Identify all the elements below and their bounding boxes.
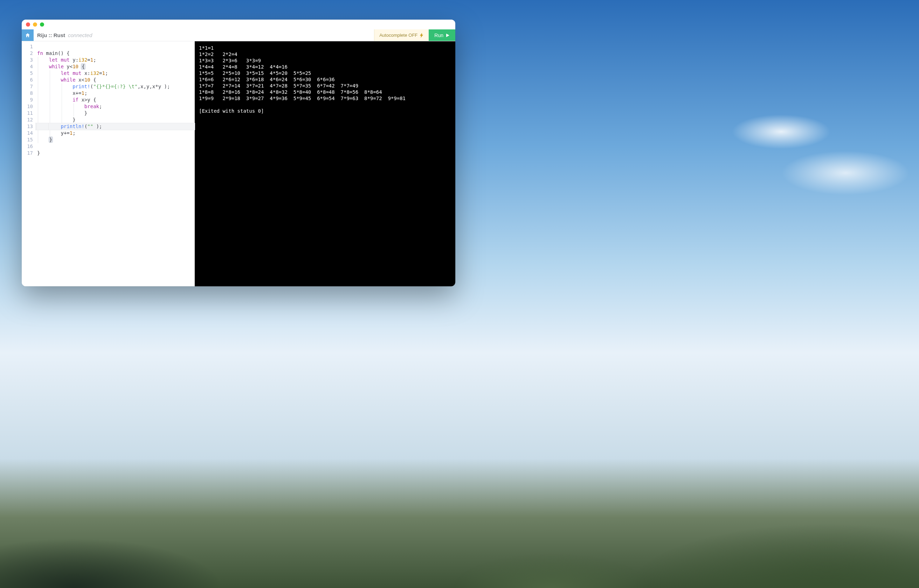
line-number: 12 bbox=[22, 116, 33, 123]
lightning-icon bbox=[419, 33, 424, 38]
split-panes: 1234567891011121314151617 fn main() { le… bbox=[22, 41, 455, 286]
code-line[interactable]: break; bbox=[37, 103, 192, 110]
code-editor[interactable]: 1234567891011121314151617 fn main() { le… bbox=[22, 41, 195, 286]
title-block: Riju :: Rust connected bbox=[34, 29, 95, 41]
code-line[interactable] bbox=[37, 143, 192, 150]
line-number: 10 bbox=[22, 103, 33, 110]
maximize-icon[interactable] bbox=[40, 23, 44, 27]
line-number: 1 bbox=[22, 44, 33, 50]
app-window: Riju :: Rust connected Autocomplete OFF … bbox=[22, 19, 455, 286]
line-number: 9 bbox=[22, 97, 33, 103]
autocomplete-toggle-button[interactable]: Autocomplete OFF bbox=[374, 29, 429, 41]
code-line[interactable]: x+=1; bbox=[37, 90, 192, 97]
line-number: 15 bbox=[22, 137, 33, 143]
close-icon[interactable] bbox=[26, 23, 30, 27]
line-number: 3 bbox=[22, 57, 33, 63]
run-label: Run bbox=[434, 32, 443, 38]
line-number: 7 bbox=[22, 83, 33, 90]
line-number: 16 bbox=[22, 143, 33, 150]
code-line[interactable]: } bbox=[37, 137, 192, 143]
code-line[interactable]: println!("" ); bbox=[36, 123, 195, 130]
line-number: 5 bbox=[22, 70, 33, 77]
code-line[interactable]: let mut x:i32=1; bbox=[37, 70, 192, 77]
code-line[interactable]: } bbox=[37, 116, 192, 123]
line-number: 6 bbox=[22, 77, 33, 83]
play-icon bbox=[445, 33, 450, 37]
connection-status: connected bbox=[68, 32, 92, 38]
code-line[interactable]: fn main() { bbox=[37, 50, 192, 57]
line-number: 8 bbox=[22, 90, 33, 97]
code-line[interactable]: while x<10 { bbox=[37, 77, 192, 83]
line-number: 13 bbox=[22, 123, 33, 130]
line-number: 2 bbox=[22, 50, 33, 57]
line-number: 14 bbox=[22, 130, 33, 137]
output-terminal[interactable]: 1*1=1 1*2=2 2*2=4 1*3=3 2*3=6 3*3=9 1*4=… bbox=[195, 41, 455, 286]
line-number: 11 bbox=[22, 110, 33, 116]
code-line[interactable]: let mut y:i32=1; bbox=[37, 57, 192, 63]
page-title: Riju :: Rust bbox=[37, 32, 65, 38]
line-number: 17 bbox=[22, 150, 33, 157]
line-number-gutter: 1234567891011121314151617 bbox=[22, 41, 36, 286]
code-line[interactable]: if x>y { bbox=[37, 97, 192, 103]
home-button[interactable] bbox=[22, 29, 34, 41]
code-line[interactable]: print!("{}*{}={:?} \t",x,y,x*y ); bbox=[37, 83, 192, 90]
toolbar: Riju :: Rust connected Autocomplete OFF … bbox=[22, 29, 455, 41]
run-button[interactable]: Run bbox=[429, 29, 455, 41]
code-line[interactable]: while y<10 { bbox=[37, 63, 192, 70]
minimize-icon[interactable] bbox=[33, 23, 37, 27]
code-line[interactable] bbox=[37, 44, 192, 50]
autocomplete-label: Autocomplete OFF bbox=[379, 32, 417, 38]
code-line[interactable]: } bbox=[37, 110, 192, 116]
code-line[interactable]: y+=1; bbox=[37, 130, 192, 137]
code-area[interactable]: fn main() { let mut y:i32=1; while y<10 … bbox=[36, 41, 195, 286]
line-number: 4 bbox=[22, 63, 33, 70]
window-titlebar bbox=[22, 19, 455, 29]
code-line[interactable]: } bbox=[37, 150, 192, 157]
home-icon bbox=[25, 32, 31, 38]
